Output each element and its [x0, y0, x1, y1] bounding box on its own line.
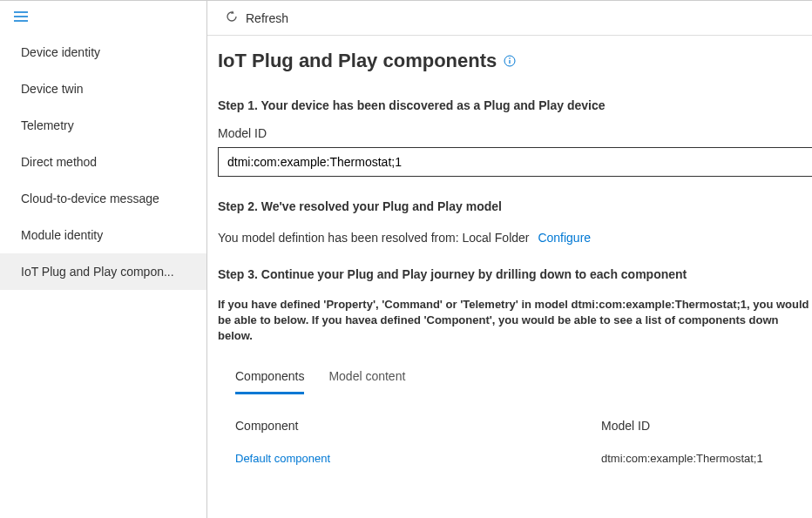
hamburger-icon: [14, 11, 28, 22]
table-header-component: Component: [235, 419, 601, 433]
configure-link[interactable]: Configure: [538, 231, 591, 245]
component-link-default[interactable]: Default component: [235, 452, 330, 465]
sidebar-item-device-twin[interactable]: Device twin: [0, 71, 206, 107]
info-icon[interactable]: [504, 55, 516, 67]
sidebar-item-iot-pnp-components[interactable]: IoT Plug and Play compon...: [0, 253, 206, 290]
refresh-icon: [225, 10, 239, 26]
tabs: Components Model content: [218, 369, 812, 394]
sidebar-item-device-identity[interactable]: Device identity: [0, 34, 206, 71]
page-title-text: IoT Plug and Play components: [218, 50, 497, 72]
page-title: IoT Plug and Play components: [218, 36, 812, 88]
table-cell-model-id: dtmi:com:example:Thermostat;1: [601, 452, 812, 465]
step3-heading: Step 3. Continue your Plug and Play jour…: [218, 267, 812, 281]
model-id-label: Model ID: [218, 126, 812, 140]
sidebar-item-telemetry[interactable]: Telemetry: [0, 107, 206, 144]
refresh-button[interactable]: Refresh: [246, 11, 288, 25]
model-id-input[interactable]: [218, 147, 812, 177]
tab-model-content[interactable]: Model content: [328, 369, 405, 394]
tab-components[interactable]: Components: [235, 369, 304, 394]
table-row: Default component dtmi:com:example:Therm…: [235, 452, 812, 465]
step2-heading: Step 2. We've resolved your Plug and Pla…: [218, 199, 812, 213]
sidebar-item-direct-method[interactable]: Direct method: [0, 144, 206, 180]
hamburger-menu-button[interactable]: [0, 1, 206, 34]
svg-point-4: [509, 57, 511, 59]
components-table: Component Model ID Default component dtm…: [218, 419, 812, 465]
step2-resolved-text: You model defintion has been resolved fr…: [218, 231, 529, 245]
table-header-row: Component Model ID: [235, 419, 812, 433]
step3-body: If you have defined 'Property', 'Command…: [218, 297, 812, 345]
svg-rect-5: [510, 60, 511, 64]
sidebar: Device identity Device twin Telemetry Di…: [0, 1, 207, 518]
main-content: Refresh IoT Plug and Play components Ste…: [207, 1, 812, 518]
sidebar-item-module-identity[interactable]: Module identity: [0, 217, 206, 253]
toolbar: Refresh: [207, 1, 812, 36]
step1-heading: Step 1. Your device has been discovered …: [218, 98, 812, 112]
table-header-model-id: Model ID: [601, 419, 812, 433]
sidebar-item-cloud-to-device[interactable]: Cloud-to-device message: [0, 180, 206, 217]
